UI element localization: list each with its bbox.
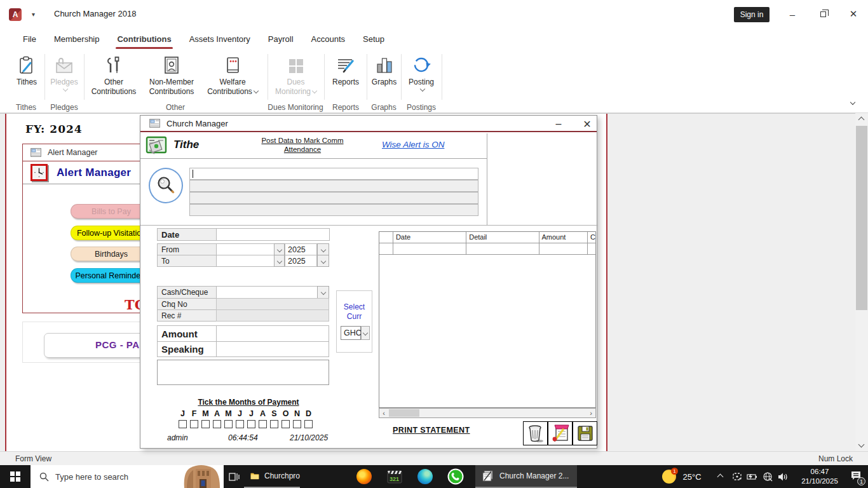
- menu-file[interactable]: File: [14, 29, 45, 50]
- tray-teams-button[interactable]: [729, 465, 745, 488]
- post-data-link[interactable]: Post Data to Mark Comm Attendance: [242, 136, 363, 154]
- ribbon-tithes-button[interactable]: Tithes: [10, 53, 43, 87]
- access-app-icon[interactable]: A: [9, 8, 22, 21]
- tray-volume-button[interactable]: [775, 465, 790, 488]
- month-checkbox[interactable]: [270, 420, 278, 428]
- select-curr-label[interactable]: Select Curr: [337, 302, 372, 322]
- menu-payroll[interactable]: Payroll: [259, 29, 302, 50]
- cell-amount[interactable]: [539, 243, 588, 255]
- month-checkbox[interactable]: [224, 420, 233, 428]
- save-record-button[interactable]: [573, 421, 597, 445]
- cash-cheque-dropdown-button[interactable]: [317, 286, 329, 299]
- ribbon-non-member-contributions-button[interactable]: Non-Member Contributions: [144, 53, 200, 97]
- scroll-down-arrow-icon[interactable]: [858, 442, 865, 448]
- taskbar-item-church-manager[interactable]: Church Manager 2...: [475, 465, 577, 488]
- from-month-select[interactable]: [216, 243, 275, 255]
- menu-setup[interactable]: Setup: [354, 29, 393, 50]
- statement-table[interactable]: Date Detail Amount C A: [379, 231, 596, 408]
- ribbon-other-contributions-button[interactable]: Other Contributions: [86, 53, 141, 97]
- from-year-dropdown-button[interactable]: [317, 243, 329, 255]
- search-input[interactable]: [189, 168, 478, 180]
- ribbon-group-pledges: Pledges: [50, 103, 78, 112]
- month-checkbox[interactable]: [304, 420, 313, 428]
- scroll-up-arrow-icon[interactable]: [858, 117, 865, 123]
- taskbar-item-firefox[interactable]: [355, 465, 374, 488]
- month-checkbox[interactable]: [247, 420, 255, 428]
- task-view-button[interactable]: [224, 465, 244, 488]
- tray-expand-button[interactable]: [712, 465, 728, 488]
- post-disk-icon[interactable]: [146, 136, 168, 156]
- wise-alert-link[interactable]: Wise Alert is ON: [382, 140, 444, 149]
- scrollbar-thumb[interactable]: [389, 409, 419, 417]
- scroll-right-arrow-icon[interactable]: ›: [587, 409, 595, 417]
- month-checkbox[interactable]: [190, 420, 198, 428]
- menu-assets-inventory[interactable]: Assets Inventory: [180, 29, 259, 50]
- ribbon-collapse-chevron-icon[interactable]: [849, 97, 860, 105]
- notes-textarea[interactable]: [157, 360, 329, 385]
- cash-cheque-select[interactable]: [216, 286, 318, 299]
- month-checkbox[interactable]: [281, 420, 290, 428]
- search-button[interactable]: [149, 168, 183, 203]
- currency-dropdown-button[interactable]: [361, 326, 370, 340]
- dialog-minimize-button[interactable]: –: [550, 118, 567, 130]
- restore-button[interactable]: [813, 8, 832, 20]
- status-bar: Form View Num Lock: [0, 451, 868, 465]
- to-month-select[interactable]: [216, 255, 275, 267]
- menu-membership[interactable]: Membership: [45, 29, 109, 50]
- tray-network-button[interactable]: [760, 465, 775, 488]
- dialog-titlebar[interactable]: Church Manager: [140, 116, 597, 132]
- month-checkbox[interactable]: [179, 420, 187, 428]
- taskbar-item-whatsapp[interactable]: [446, 465, 465, 488]
- currency-value[interactable]: GHC: [341, 326, 361, 340]
- taskbar-item-media-player[interactable]: 321: [385, 465, 404, 488]
- main-vertical-scrollbar[interactable]: [855, 113, 868, 451]
- table-horizontal-scrollbar[interactable]: ‹ ›: [379, 408, 596, 418]
- ribbon-pledges-button[interactable]: Pledges: [47, 53, 81, 91]
- row-selector[interactable]: [379, 243, 393, 255]
- taskbar-clock[interactable]: 06:47 21/10/2025: [793, 467, 846, 486]
- ribbon-dues-monitoring-button[interactable]: Dues Monitoring: [270, 53, 322, 97]
- ribbon-reports-button[interactable]: Reports: [327, 53, 365, 87]
- notification-center-button[interactable]: 1: [846, 465, 865, 488]
- edit-record-button[interactable]: [548, 421, 573, 445]
- ribbon-posting-button[interactable]: Posting: [403, 53, 439, 91]
- from-month-dropdown-button[interactable]: [274, 243, 285, 255]
- menu-contributions[interactable]: Contributions: [108, 29, 180, 50]
- tray-battery-button[interactable]: [745, 465, 760, 488]
- search-highlight-image[interactable]: [178, 465, 224, 488]
- month-checkbox[interactable]: [293, 420, 301, 428]
- taskbar-item-edge[interactable]: [416, 465, 435, 488]
- cell-clipped[interactable]: [588, 243, 595, 255]
- weather-button[interactable]: 1: [660, 465, 679, 488]
- dialog-close-button[interactable]: ✕: [579, 118, 595, 130]
- delete-record-button[interactable]: [523, 421, 548, 445]
- to-month-dropdown-button[interactable]: [274, 255, 285, 267]
- church-manager-window-icon: [482, 470, 494, 482]
- to-year-dropdown-button[interactable]: [317, 255, 329, 267]
- start-button[interactable]: [0, 465, 31, 488]
- to-year-select[interactable]: 2025: [285, 255, 317, 267]
- cell-date[interactable]: [393, 243, 466, 255]
- menu-accounts[interactable]: Accounts: [302, 29, 354, 50]
- cell-detail[interactable]: [466, 243, 539, 255]
- from-year-select[interactable]: 2025: [285, 243, 317, 255]
- close-button[interactable]: ✕: [844, 8, 863, 20]
- scrollbar-thumb[interactable]: [856, 126, 867, 310]
- speaking-input[interactable]: [216, 341, 329, 357]
- month-checkbox[interactable]: [259, 420, 267, 428]
- taskbar-search-box[interactable]: Type here to search: [31, 465, 224, 488]
- month-checkbox[interactable]: [236, 420, 244, 428]
- minimize-button[interactable]: –: [783, 8, 802, 20]
- date-input[interactable]: [216, 228, 330, 241]
- scroll-left-arrow-icon[interactable]: ‹: [379, 409, 388, 417]
- sign-in-button[interactable]: Sign in: [734, 7, 770, 22]
- ribbon-graphs-button[interactable]: Graphs: [369, 53, 399, 87]
- weather-temp[interactable]: 25°C: [679, 465, 705, 488]
- print-statement-link[interactable]: PRINT STATEMENT: [393, 426, 470, 435]
- ribbon-welfare-contributions-button[interactable]: Welfare Contributions: [202, 53, 263, 97]
- amount-input[interactable]: [216, 325, 329, 342]
- month-checkbox[interactable]: [201, 420, 210, 428]
- taskbar-item-churchpro[interactable]: Churchpro: [244, 465, 300, 488]
- quick-access-caret-icon[interactable]: ▾: [32, 11, 35, 18]
- month-checkbox[interactable]: [213, 420, 221, 428]
